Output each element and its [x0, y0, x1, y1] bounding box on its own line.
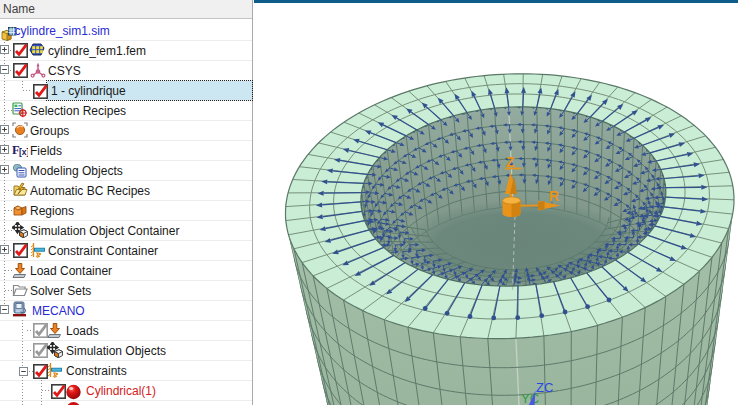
- svg-text:R: R: [549, 188, 559, 204]
- svg-text:[x]: [x]: [19, 147, 28, 157]
